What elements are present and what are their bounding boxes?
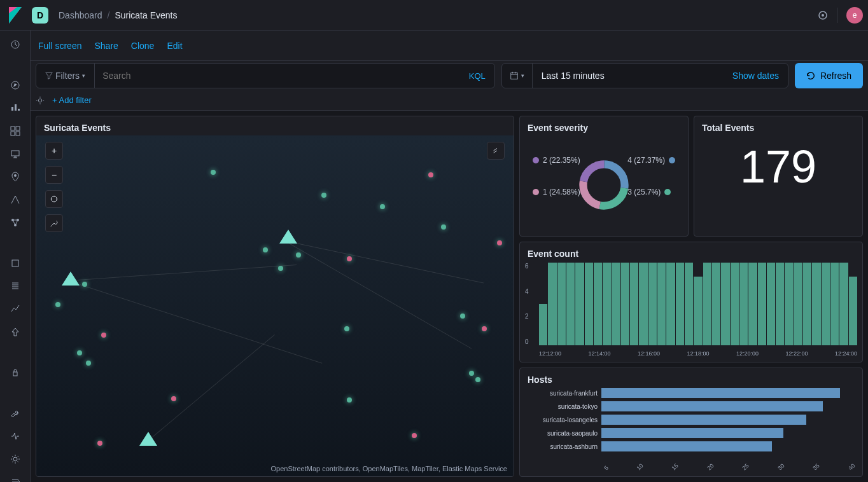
ml-icon[interactable] [10, 195, 20, 205]
severity-legend-right: 4 (27.37%) 3 (25.7%) [627, 116, 675, 236]
zoom-in-button[interactable]: + [45, 142, 63, 160]
metrics-icon[interactable] [10, 258, 20, 268]
bar [639, 263, 647, 345]
breadcrumb-separator: / [108, 10, 110, 20]
bar [731, 263, 739, 345]
breadcrumb-current: Suricata Events [115, 10, 177, 20]
dashboard-icon[interactable] [10, 126, 20, 136]
search-box: Filters ▾ KQL [36, 63, 495, 88]
date-range-display[interactable]: Last 15 minutes [533, 71, 724, 81]
apm-icon[interactable] [10, 304, 20, 314]
left-nav-rail [0, 31, 31, 482]
host-label: suricata-frankfurt [525, 390, 601, 397]
kql-toggle[interactable]: KQL [460, 71, 494, 81]
bar [557, 263, 566, 345]
bar [612, 263, 620, 345]
date-picker: ▾ Last 15 minutes Show dates [501, 63, 788, 88]
filter-bar: + Add filter [31, 90, 868, 111]
legend-item: 3 (25.7%) [627, 188, 675, 196]
recently-viewed-icon[interactable] [10, 39, 20, 50]
bar [794, 263, 802, 345]
search-input[interactable] [95, 71, 460, 81]
breadcrumb: Dashboard / Suricata Events [59, 10, 177, 20]
user-avatar[interactable]: e [846, 7, 863, 24]
host-label: suricata-saopaulo [525, 430, 601, 437]
edit-link[interactable]: Edit [167, 41, 182, 51]
filter-settings-icon[interactable] [36, 96, 45, 105]
stack-monitoring-icon[interactable] [10, 431, 20, 441]
dev-tools-icon[interactable] [10, 408, 20, 418]
bar [767, 263, 775, 345]
map-canvas[interactable] [36, 135, 514, 476]
siem-icon[interactable] [10, 368, 20, 378]
svg-rect-5 [16, 127, 20, 130]
discover-icon[interactable] [10, 80, 20, 90]
refresh-icon [806, 71, 815, 80]
map-attribution: OpenStreetMap contributors, OpenMapTiles… [270, 465, 507, 472]
svg-point-17 [38, 99, 41, 102]
host-bar-row: suricata-losangeles [525, 414, 857, 425]
svg-rect-7 [16, 132, 20, 135]
svg-rect-16 [511, 73, 518, 79]
refresh-label: Refresh [820, 71, 851, 81]
bar [630, 263, 638, 345]
bar [694, 277, 702, 345]
refresh-button[interactable]: Refresh [795, 63, 863, 88]
svg-rect-8 [11, 151, 19, 156]
bar [803, 263, 811, 345]
svg-point-18 [52, 196, 57, 202]
tools-button[interactable] [45, 214, 63, 232]
layers-toggle-button[interactable] [487, 142, 505, 160]
event-count-chart: 6 4 2 0 12:12:00 12:14:00 12:16:00 12:18… [525, 263, 857, 357]
visualize-icon[interactable] [10, 103, 20, 113]
uptime-icon[interactable] [10, 327, 20, 337]
bar [657, 263, 666, 345]
host-bar-row: suricata-frankfurt [525, 387, 857, 399]
maps-icon[interactable] [10, 172, 20, 182]
host-bar [601, 415, 806, 425]
event-count-panel: Event count 6 4 2 0 12:12:00 12:14:00 12… [519, 242, 863, 362]
management-icon[interactable] [10, 454, 20, 464]
collapse-nav-icon[interactable] [10, 477, 20, 482]
bar [785, 263, 793, 345]
clone-link[interactable]: Clone [131, 41, 155, 51]
panel-title: Suricata Events [44, 123, 506, 133]
query-bar: Filters ▾ KQL ▾ Last 15 minutes Show dat… [31, 61, 868, 90]
host-label: suricata-ashburn [525, 443, 601, 450]
zoom-out-button[interactable]: − [45, 166, 63, 184]
map-panel: Suricata Events [36, 116, 514, 477]
top-right-row: Event severity 2 (22.35%) 1 (24.58%) 4 (… [519, 116, 863, 237]
breadcrumb-root[interactable]: Dashboard [59, 10, 102, 20]
hosts-bars-container: suricata-frankfurtsuricata-tokyosuricata… [525, 387, 857, 461]
show-dates-link[interactable]: Show dates [724, 71, 788, 81]
filter-icon [45, 72, 53, 79]
svg-rect-13 [12, 260, 18, 266]
bar [548, 263, 556, 345]
space-selector[interactable]: D [32, 7, 48, 24]
host-bar [601, 428, 783, 438]
newsfeed-icon[interactable] [818, 10, 828, 20]
share-link[interactable]: Share [94, 41, 118, 51]
bar [603, 263, 611, 345]
bar [739, 263, 748, 345]
logs-icon[interactable] [10, 281, 20, 291]
filters-toggle[interactable]: Filters ▾ [36, 64, 95, 88]
full-screen-link[interactable]: Full screen [38, 41, 81, 51]
graph-icon[interactable] [10, 217, 20, 228]
total-events-panel: Total Events 179 [694, 116, 863, 237]
host-bar-row: suricata-tokyo [525, 401, 857, 412]
host-bar-row: suricata-ashburn [525, 441, 857, 452]
bar [822, 263, 830, 345]
bar [585, 263, 593, 345]
bars-container [539, 263, 857, 345]
bar [594, 263, 602, 345]
canvas-icon[interactable] [10, 149, 20, 159]
dashboard-toolbar: Full screen Share Clone Edit [31, 31, 868, 61]
add-filter-button[interactable]: + Add filter [52, 95, 92, 105]
y-axis-labels: 6 4 2 0 [525, 263, 529, 345]
calendar-button[interactable]: ▾ [502, 64, 533, 88]
fit-to-bounds-button[interactable] [45, 190, 63, 208]
panel-title: Total Events [702, 123, 855, 133]
bar [758, 263, 766, 345]
svg-rect-4 [11, 127, 15, 130]
